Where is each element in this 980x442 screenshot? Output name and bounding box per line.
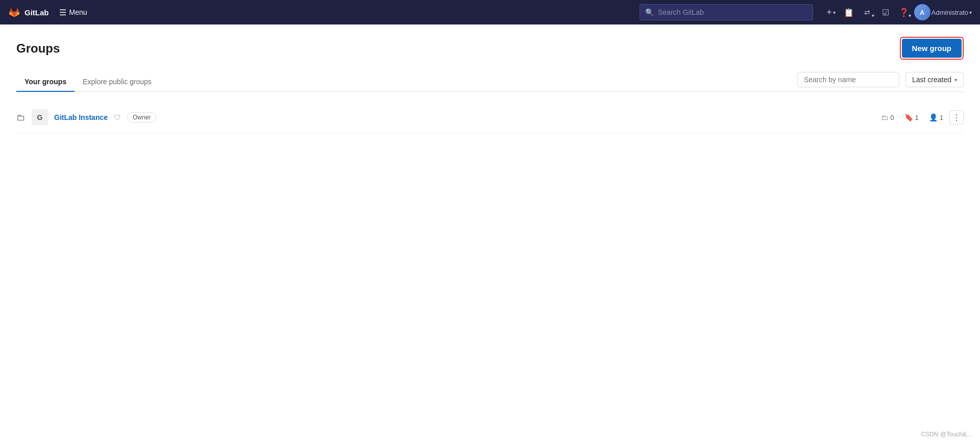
global-search-input[interactable] — [658, 8, 807, 16]
avatar-name: Administrato — [932, 9, 968, 16]
more-icon: ⋮ — [952, 113, 961, 122]
page-title: Groups — [16, 41, 60, 56]
members-stat: 👤 1 — [929, 113, 943, 121]
shield-icon: 🛡 — [114, 113, 121, 121]
merge-requests-button[interactable]: ⇄ ▾ — [859, 4, 875, 20]
whiteboard-icon: 📋 — [844, 8, 854, 17]
tab-your-groups[interactable]: Your groups — [16, 72, 75, 92]
todo-button[interactable]: ☑ — [877, 4, 894, 20]
help-icon: ❓ — [899, 8, 909, 17]
todo-icon: ☑ — [882, 8, 889, 17]
user-avatar-button[interactable]: A Administrato ▾ — [914, 4, 972, 20]
group-list: 🗀 G GitLab Instance 🛡 Owner 🗀 0 🔖 1 👤 — [16, 102, 964, 133]
subgroups-icon: 🗀 — [881, 113, 888, 121]
gitlab-logo[interactable]: GitLab — [8, 6, 49, 18]
projects-count: 1 — [915, 114, 919, 121]
tabs-filter-area: Last created ▾ — [797, 72, 964, 91]
sort-label: Last created — [912, 76, 951, 84]
tabs-row: Your groups Explore public groups Last c… — [16, 72, 964, 92]
sort-caret-icon: ▾ — [954, 77, 957, 83]
create-new-button[interactable]: + ▾ — [823, 4, 839, 20]
merge-requests-icon: ⇄ — [864, 8, 870, 16]
main-content: Groups New group Your groups Explore pub… — [0, 24, 980, 145]
search-icon: 🔍 — [645, 8, 654, 16]
sort-dropdown[interactable]: Last created ▾ — [905, 72, 964, 87]
snippets-button[interactable]: 📋 — [841, 4, 857, 20]
group-name-link[interactable]: GitLab Instance — [54, 113, 108, 121]
global-search-bar: 🔍 — [640, 4, 813, 20]
group-avatar: G — [32, 109, 48, 126]
help-caret-icon: ▾ — [909, 13, 911, 18]
avatar: A — [914, 4, 930, 20]
hamburger-icon: ☰ — [59, 8, 66, 17]
mr-caret-icon: ▾ — [872, 13, 874, 18]
menu-button[interactable]: ☰ Menu — [55, 6, 91, 19]
projects-stat: 🔖 1 — [904, 113, 919, 121]
table-row: 🗀 G GitLab Instance 🛡 Owner 🗀 0 🔖 1 👤 — [16, 102, 964, 133]
subgroups-count: 0 — [890, 114, 894, 121]
plus-caret-icon: ▾ — [833, 10, 836, 15]
group-more-button[interactable]: ⋮ — [949, 110, 964, 125]
subgroups-stat: 🗀 0 — [881, 113, 894, 121]
topnav-actions: + ▾ 📋 ⇄ ▾ ☑ ❓ ▾ A Administrato ▾ — [823, 4, 972, 20]
new-group-btn-highlight: New group — [900, 37, 964, 60]
search-by-name-input[interactable] — [797, 72, 899, 87]
help-button[interactable]: ❓ ▾ — [896, 4, 912, 20]
topnav: GitLab ☰ Menu 🔍 + ▾ 📋 ⇄ ▾ ☑ ❓ — [0, 0, 980, 24]
avatar-initials: A — [920, 9, 924, 16]
plus-icon: + — [826, 7, 832, 18]
members-count: 1 — [940, 114, 943, 121]
group-stats: 🗀 0 🔖 1 👤 1 — [881, 113, 943, 121]
new-group-button[interactable]: New group — [902, 39, 962, 58]
avatar-caret-icon: ▾ — [969, 10, 972, 15]
projects-icon: 🔖 — [904, 113, 913, 121]
page-header: Groups New group — [16, 37, 964, 60]
group-role-badge: Owner — [127, 112, 156, 122]
folder-icon: 🗀 — [16, 112, 26, 123]
gitlab-logo-text: GitLab — [24, 8, 49, 17]
tab-explore-public-groups[interactable]: Explore public groups — [75, 72, 160, 92]
menu-label: Menu — [69, 8, 87, 16]
members-icon: 👤 — [929, 113, 938, 121]
